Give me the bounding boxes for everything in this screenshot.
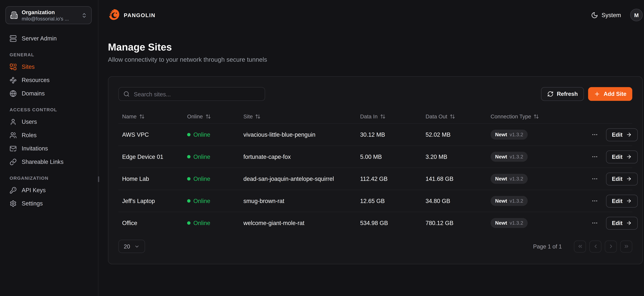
refresh-button[interactable]: Refresh [541, 87, 584, 101]
table-row: Edge Device 01 Online fortunate-cape-fox… [118, 146, 632, 168]
org-value: milo@fossorial.io's ... [22, 16, 78, 22]
sidebar-item-resources[interactable]: Resources [6, 74, 92, 87]
edit-button[interactable]: Edit [606, 150, 638, 163]
table-row: Office Online welcome-giant-mole-rat 534… [118, 212, 632, 234]
site-tunnel-name: welcome-giant-mole-rat [244, 220, 360, 226]
sidebar-item-label: Domains [22, 90, 45, 97]
sidebar-item-sites[interactable]: Sites [6, 60, 92, 74]
user-icon [10, 118, 16, 125]
sort-icon [380, 114, 386, 119]
sidebar-item-users[interactable]: Users [6, 115, 92, 128]
topbar: PANGOLIN System M [98, 0, 644, 30]
column-header-online[interactable]: Online [187, 113, 244, 120]
next-page-button[interactable] [605, 240, 617, 252]
search-input[interactable] [133, 90, 260, 98]
column-header-site[interactable]: Site [244, 113, 360, 120]
chevrons-left-icon [577, 244, 583, 249]
chevron-right-icon [608, 244, 614, 249]
edit-button[interactable]: Edit [606, 194, 638, 208]
org-selector[interactable]: Organization milo@fossorial.io's ... [6, 6, 92, 24]
refresh-icon [547, 91, 554, 97]
sidebar-item-domains[interactable]: Domains [6, 87, 92, 100]
row-menu-button[interactable] [590, 219, 599, 227]
page-status: Page 1 of 1 [533, 243, 562, 250]
app-stage: Organization milo@fossorial.io's ... Ser… [0, 0, 644, 296]
theme-label: System [602, 12, 621, 18]
chevron-down-icon [134, 244, 140, 249]
sidebar-item-label: Server Admin [22, 35, 57, 42]
row-menu-button[interactable] [590, 175, 599, 183]
table-row: Home Lab Online dead-san-joaquin-antelop… [118, 168, 632, 190]
data-in-value: 5.00 MB [360, 154, 426, 160]
site-tunnel-name: fortunate-cape-fox [244, 154, 360, 160]
sidebar-item-label: Settings [22, 200, 43, 207]
column-header-data-in[interactable]: Data In [360, 113, 426, 120]
sidebar-item-api-keys[interactable]: API Keys [6, 184, 92, 197]
sidebar-item-label: Invitations [22, 145, 48, 152]
table-row: Jeff's Laptop Online smug-brown-rat 12.6… [118, 190, 632, 212]
theme-toggle[interactable]: System [591, 12, 621, 18]
brand-name: PANGOLIN [124, 12, 156, 18]
sort-icon [255, 114, 261, 119]
card-footer: 20 Page 1 of 1 [118, 240, 632, 253]
site-tunnel-name: vivacious-little-blue-penguin [244, 131, 360, 138]
avatar[interactable]: M [630, 9, 643, 21]
chevrons-up-down-icon [81, 12, 87, 18]
refresh-label: Refresh [557, 91, 578, 97]
key-icon [10, 186, 16, 194]
data-in-value: 534.98 GB [360, 220, 426, 226]
sidebar-item-shareable-links[interactable]: Shareable Links [6, 155, 92, 168]
data-in-value: 112.42 GB [360, 176, 426, 182]
connection-type-badge: Newtv1.3.2 [490, 218, 528, 228]
online-dot-icon [187, 177, 190, 180]
status-badge: Online [187, 131, 244, 138]
sidebar-section-general: GENERAL [6, 52, 92, 57]
edit-button[interactable]: Edit [606, 128, 638, 141]
row-menu-button[interactable] [590, 152, 599, 161]
search-icon [124, 91, 130, 97]
connection-type-badge: Newtv1.3.2 [490, 130, 528, 140]
sidebar-section-access-control: ACCESS CONTROL [6, 107, 92, 112]
data-out-value: 34.80 GB [426, 198, 490, 204]
edit-button[interactable]: Edit [606, 216, 638, 230]
add-site-button[interactable]: Add Site [588, 87, 632, 101]
chevron-left-icon [592, 244, 598, 249]
sidebar-resize-handle[interactable] [98, 176, 99, 182]
chevrons-right-icon [623, 244, 629, 249]
users-icon [10, 132, 16, 138]
sidebar-item-roles[interactable]: Roles [6, 128, 92, 142]
online-dot-icon [187, 199, 190, 202]
site-name: AWS VPC [122, 131, 187, 138]
sidebar-item-server-admin[interactable]: Server Admin [6, 32, 92, 45]
column-header-name[interactable]: Name [122, 113, 187, 120]
sidebar: Organization milo@fossorial.io's ... Ser… [0, 0, 98, 296]
status-badge: Online [187, 154, 244, 160]
first-page-button[interactable] [574, 240, 586, 252]
pager [574, 240, 632, 252]
page-head: Manage Sites Allow connectivity to your … [98, 30, 644, 63]
link-icon [10, 158, 16, 165]
status-badge: Online [187, 198, 244, 204]
site-name: Home Lab [122, 176, 187, 182]
prev-page-button[interactable] [590, 240, 602, 252]
brand-home-link[interactable]: PANGOLIN [108, 9, 156, 21]
add-site-label: Add Site [604, 91, 626, 97]
online-dot-icon [187, 221, 190, 225]
table-header-row: Name Online Site Data In Data Out Connec… [118, 109, 632, 124]
sidebar-item-label: API Keys [22, 187, 46, 194]
site-name: Edge Device 01 [122, 154, 187, 160]
arrow-right-icon [626, 220, 632, 226]
column-header-connection-type[interactable]: Connection Type [490, 113, 591, 120]
sidebar-item-label: Shareable Links [22, 158, 64, 165]
sidebar-item-label: Roles [22, 132, 36, 138]
page-size-select[interactable]: 20 [118, 240, 145, 253]
row-menu-button[interactable] [590, 197, 599, 205]
sidebar-item-invitations[interactable]: Invitations [6, 142, 92, 155]
edit-button[interactable]: Edit [606, 172, 638, 185]
row-menu-button[interactable] [590, 130, 599, 139]
column-header-data-out[interactable]: Data Out [426, 113, 490, 120]
data-out-value: 52.02 MB [426, 131, 490, 138]
last-page-button[interactable] [620, 240, 632, 252]
arrow-right-icon [626, 154, 632, 160]
sidebar-item-settings[interactable]: Settings [6, 197, 92, 210]
